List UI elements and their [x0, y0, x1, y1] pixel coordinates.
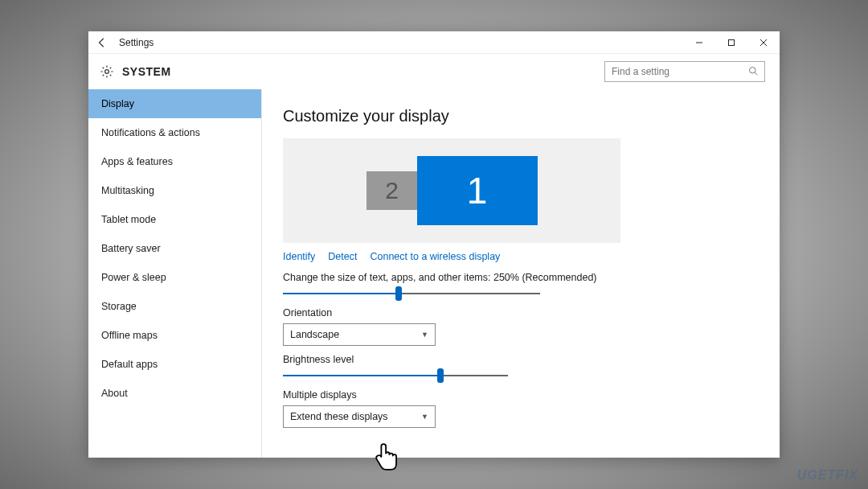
maximize-button[interactable]	[715, 31, 747, 54]
slider-fill	[283, 293, 399, 294]
sidebar-item-notifications[interactable]: Notifications & actions	[88, 118, 261, 147]
monitor-label: 2	[385, 177, 399, 204]
sidebar-item-label: Display	[101, 98, 134, 109]
brightness-slider[interactable]	[283, 370, 508, 381]
svg-point-2	[105, 70, 109, 74]
sidebar-item-label: Storage	[101, 301, 137, 312]
sidebar-item-battery-saver[interactable]: Battery saver	[88, 234, 261, 263]
scale-slider[interactable]	[283, 288, 540, 299]
sidebar-item-label: Apps & features	[101, 156, 173, 167]
slider-thumb[interactable]	[395, 286, 402, 301]
page-title: Customize your display	[283, 107, 759, 125]
chevron-down-icon: ▼	[421, 413, 428, 421]
detect-link[interactable]: Detect	[328, 251, 357, 262]
orientation-label: Orientation	[283, 307, 759, 318]
svg-line-4	[755, 72, 757, 75]
sidebar-item-tablet-mode[interactable]: Tablet mode	[88, 205, 261, 234]
svg-rect-1	[729, 39, 735, 45]
sidebar-item-label: Battery saver	[101, 243, 161, 254]
sidebar-item-label: Tablet mode	[101, 214, 156, 225]
slider-fill	[283, 375, 440, 376]
window-controls	[683, 31, 780, 54]
close-button[interactable]	[747, 31, 780, 54]
monitor-arrangement[interactable]: 2 1	[283, 138, 620, 243]
app-name: Settings	[119, 37, 154, 48]
sidebar-item-offline-maps[interactable]: Offline maps	[88, 321, 261, 350]
monitor-secondary[interactable]: 2	[366, 171, 418, 210]
body: Display Notifications & actions Apps & f…	[88, 89, 780, 458]
search-input[interactable]	[612, 66, 740, 77]
dropdown-value: Landscape	[290, 329, 339, 340]
sidebar-item-default-apps[interactable]: Default apps	[88, 350, 261, 379]
sidebar-item-power-sleep[interactable]: Power & sleep	[88, 263, 261, 292]
sidebar-item-label: Notifications & actions	[101, 127, 200, 138]
scale-label: Change the size of text, apps, and other…	[283, 272, 759, 283]
sidebar-item-label: Power & sleep	[101, 272, 166, 283]
identify-link[interactable]: Identify	[283, 251, 315, 262]
minimize-button[interactable]	[683, 31, 715, 54]
display-links: Identify Detect Connect to a wireless di…	[283, 251, 759, 262]
search-icon	[748, 66, 758, 78]
back-button[interactable]	[96, 37, 108, 48]
sidebar-item-label: About	[101, 388, 128, 399]
monitor-primary[interactable]: 1	[417, 156, 538, 225]
slider-thumb[interactable]	[437, 368, 444, 383]
header-left: SYSTEM	[100, 64, 171, 79]
sidebar-item-storage[interactable]: Storage	[88, 292, 261, 321]
sidebar-item-display[interactable]: Display	[88, 89, 261, 118]
sidebar-item-about[interactable]: About	[88, 379, 261, 408]
multiple-displays-label: Multiple displays	[283, 389, 759, 401]
titlebar-left: Settings	[96, 37, 154, 48]
header: SYSTEM	[88, 54, 780, 89]
gear-icon	[100, 64, 114, 79]
sidebar-item-label: Offline maps	[101, 330, 158, 341]
svg-point-3	[750, 67, 756, 73]
sidebar: Display Notifications & actions Apps & f…	[88, 89, 262, 458]
dropdown-value: Extend these displays	[290, 411, 388, 422]
wireless-display-link[interactable]: Connect to a wireless display	[370, 251, 500, 262]
chevron-down-icon: ▼	[421, 331, 428, 339]
settings-window: Settings SYSTEM	[88, 31, 780, 458]
sidebar-item-label: Multitasking	[101, 185, 154, 196]
monitor-label: 1	[467, 169, 488, 212]
orientation-dropdown[interactable]: Landscape ▼	[283, 323, 436, 346]
sidebar-item-multitasking[interactable]: Multitasking	[88, 176, 261, 205]
content-area: Customize your display 2 1 Identify Dete…	[262, 89, 780, 458]
multiple-displays-dropdown[interactable]: Extend these displays ▼	[283, 405, 436, 428]
section-title: SYSTEM	[122, 65, 171, 78]
search-box[interactable]	[604, 61, 765, 82]
titlebar: Settings	[88, 31, 780, 54]
watermark: UGETFIX	[797, 468, 858, 483]
sidebar-item-label: Default apps	[101, 359, 158, 370]
brightness-label: Brightness level	[283, 354, 759, 365]
sidebar-item-apps-features[interactable]: Apps & features	[88, 147, 261, 176]
